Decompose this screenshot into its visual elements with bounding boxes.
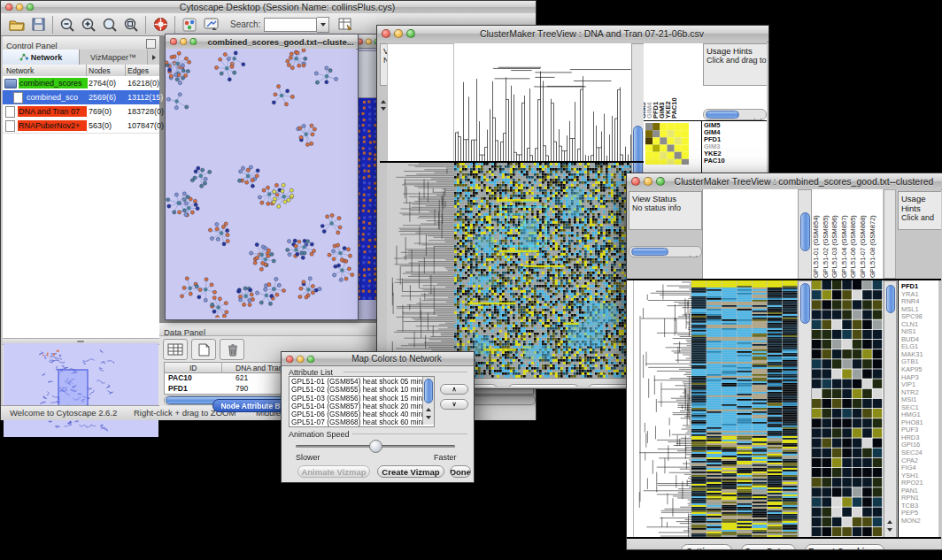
zoom-out-icon[interactable] bbox=[57, 15, 78, 35]
export-graphics-button[interactable]: Export Graphics... bbox=[507, 384, 580, 387]
column-label: GPL51-02 (GSM855) bbox=[822, 215, 829, 278]
save-icon[interactable] bbox=[27, 15, 49, 35]
snapshot-icon[interactable] bbox=[200, 15, 221, 35]
tab-overflow-icon[interactable] bbox=[147, 50, 159, 65]
zoom-window-icon[interactable] bbox=[27, 4, 34, 12]
dendrogram-hscrollbar[interactable] bbox=[629, 246, 702, 257]
network-window-titlebar[interactable]: combined_scores_good.txt--cluste... bbox=[166, 35, 358, 50]
delete-attribute-icon[interactable] bbox=[220, 339, 244, 360]
float-icon[interactable] bbox=[146, 39, 156, 49]
minimize-icon[interactable] bbox=[16, 4, 24, 12]
attribute-listbox[interactable]: GPL51-01 (GSM854) heat shock 05 minGPL51… bbox=[289, 376, 435, 427]
heatmap-vscrollbar[interactable] bbox=[798, 280, 812, 539]
animation-speed-slider[interactable] bbox=[296, 439, 455, 453]
zoom-fit-icon[interactable] bbox=[99, 15, 120, 35]
help-icon[interactable] bbox=[150, 15, 171, 35]
select-attributes-icon[interactable] bbox=[163, 339, 188, 360]
attribute-item[interactable]: GPL51-07 (GSM868) heat shock 60 min bbox=[291, 418, 421, 426]
scroll-down-icon[interactable] bbox=[381, 98, 386, 114]
network-window-title: combined_scores_good.txt--cluste... bbox=[204, 37, 358, 47]
matrix-hscrollbar[interactable] bbox=[703, 109, 767, 120]
zoom-window-icon[interactable] bbox=[406, 29, 415, 38]
column-label: GPL51-08 (GSM872) bbox=[869, 215, 876, 278]
listbox-vscrollbar[interactable] bbox=[422, 377, 434, 425]
network-view-canvas[interactable] bbox=[166, 49, 356, 318]
minimize-icon[interactable] bbox=[394, 29, 403, 38]
network-table-header: Network Nodes Edges bbox=[3, 65, 159, 77]
column-dendrogram[interactable] bbox=[454, 59, 631, 161]
network-window: combined_scores_good.txt--cluste... bbox=[165, 34, 359, 320]
minimize-icon[interactable] bbox=[180, 38, 187, 45]
close-icon[interactable] bbox=[286, 355, 294, 363]
network-name: DNA and Tran 07 bbox=[18, 106, 87, 117]
save-data-button[interactable]: Save Data... bbox=[741, 544, 796, 549]
new-attribute-icon[interactable] bbox=[191, 339, 216, 360]
close-icon[interactable] bbox=[170, 38, 177, 45]
close-icon[interactable] bbox=[5, 4, 13, 12]
scroll-down-icon[interactable] bbox=[426, 407, 431, 423]
search-input[interactable] bbox=[264, 18, 317, 32]
treeview2-titlebar[interactable]: ClusterMaker TreeView : combined_scores_… bbox=[627, 173, 942, 190]
minimize-icon[interactable] bbox=[297, 355, 305, 363]
scroll-right-icon[interactable] bbox=[761, 111, 764, 120]
network-tree-row[interactable]: combined_sco2569(6)13112(15) bbox=[3, 90, 159, 104]
move-down-button[interactable]: ∨ bbox=[440, 399, 468, 410]
attribute-browser-icon[interactable] bbox=[335, 15, 356, 35]
minimize-icon[interactable] bbox=[366, 38, 372, 44]
close-icon[interactable] bbox=[631, 177, 640, 186]
scroll-down-icon[interactable] bbox=[887, 519, 892, 535]
minimize-icon[interactable] bbox=[644, 177, 652, 186]
heatmap-canvas[interactable] bbox=[454, 163, 631, 378]
settings-button[interactable]: Settings... bbox=[681, 544, 732, 549]
zoom-region-icon[interactable] bbox=[120, 15, 142, 35]
open-icon[interactable] bbox=[6, 15, 27, 35]
file-icon bbox=[5, 106, 15, 118]
main-titlebar[interactable]: Cytoscape Desktop (Session Name: collins… bbox=[1, 1, 536, 14]
export-graphics-button[interactable]: Export Graphics... bbox=[805, 544, 884, 549]
slider-thumb[interactable] bbox=[369, 440, 382, 453]
search-dropdown-icon[interactable] bbox=[317, 17, 329, 33]
animate-vizmap-button[interactable]: Animate Vizmap bbox=[297, 465, 370, 478]
node-count: 769(0) bbox=[89, 107, 112, 116]
usage-hints-panel: Usage Hints Click and bbox=[898, 191, 941, 230]
zoom-heatmap-canvas[interactable] bbox=[812, 280, 883, 537]
matrix-column-labels: GIM5GIM4PFD1GIM3YKE2PAC10 bbox=[644, 43, 700, 119]
zoom-window-icon[interactable] bbox=[307, 355, 315, 363]
column-label: GPL51-03 (GSM856) bbox=[831, 215, 838, 278]
tab-network[interactable]: Network bbox=[3, 50, 80, 65]
folder-icon bbox=[4, 79, 17, 88]
treeview2-window: ClusterMaker TreeView : combined_scores_… bbox=[626, 173, 942, 550]
row-dendrogram[interactable] bbox=[387, 163, 454, 378]
faster-label: Faster bbox=[434, 453, 457, 462]
network-name: combined_scores bbox=[19, 78, 88, 88]
vizmap-icon[interactable] bbox=[179, 15, 200, 35]
network-tree-row[interactable]: RNAPuberNov2+563(0)107847(0) bbox=[3, 119, 159, 133]
genelist-vscrollbar[interactable] bbox=[884, 280, 897, 539]
treeview1-titlebar[interactable]: ClusterMaker TreeView : DNA and Tran 07-… bbox=[377, 26, 768, 42]
create-vizmap-button[interactable]: Create Vizmap bbox=[377, 465, 444, 478]
zoom-window-icon[interactable] bbox=[656, 177, 665, 186]
network-tree-row[interactable]: DNA and Tran 07769(0)183728(0) bbox=[3, 104, 159, 119]
birdseye-view[interactable] bbox=[4, 343, 158, 437]
done-button[interactable]: Done bbox=[450, 465, 471, 478]
close-icon[interactable] bbox=[382, 29, 390, 38]
collabel-vscrollbar[interactable] bbox=[798, 189, 812, 280]
main-window-title: Cytoscape Desktop (Session Name: collins… bbox=[39, 2, 536, 12]
zoom-window-icon[interactable] bbox=[189, 38, 197, 45]
network-tab-icon bbox=[19, 53, 28, 61]
dialog-titlebar[interactable]: Map Colors to Network bbox=[282, 352, 474, 366]
tab-vizmapper[interactable]: VizMapper™ bbox=[80, 50, 147, 65]
edge-count: 183728(0) bbox=[127, 107, 164, 116]
row-dendrogram[interactable] bbox=[634, 280, 691, 537]
scroll-left-icon[interactable] bbox=[752, 111, 755, 120]
scroll-left-icon[interactable] bbox=[687, 249, 691, 257]
scroll-right-icon[interactable] bbox=[696, 249, 699, 257]
zoom-in-icon[interactable] bbox=[78, 15, 99, 35]
move-up-button[interactable]: ∧ bbox=[440, 384, 468, 395]
file-icon bbox=[5, 120, 15, 132]
correlation-matrix[interactable] bbox=[645, 123, 689, 165]
network-tree-row[interactable]: combined_scores2764(0)16218(0) bbox=[3, 76, 159, 90]
row-label: PAC10 bbox=[704, 157, 757, 165]
gene-label[interactable]: MON2 bbox=[901, 518, 938, 525]
heatmap-canvas[interactable] bbox=[691, 280, 798, 537]
